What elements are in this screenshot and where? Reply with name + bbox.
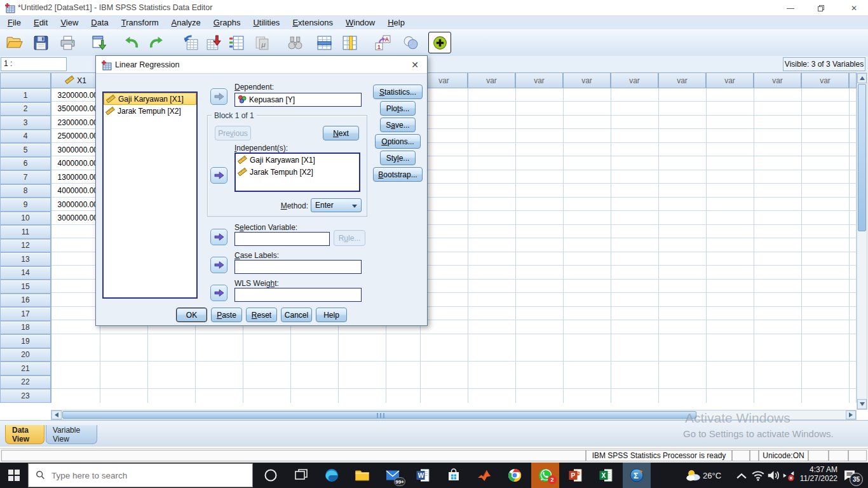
menu-item-utilities[interactable]: Utilities (247, 17, 286, 29)
taskbar-icon-chrome[interactable] (501, 463, 529, 488)
move-to-selection-button[interactable] (210, 229, 227, 245)
row-header[interactable]: 21 (0, 362, 51, 376)
data-cell[interactable]: 4000000.00 (51, 157, 100, 171)
tray-clock[interactable]: 4:37 AM 11/27/2022 (797, 465, 837, 483)
menu-item-transform[interactable]: Transform (115, 17, 165, 29)
go-to-case-button[interactable] (179, 32, 202, 53)
taskbar-icon-task-view[interactable] (287, 463, 315, 488)
insert-variable-button[interactable] (338, 32, 361, 53)
scroll-left-button[interactable] (51, 410, 62, 419)
taskbar-icon-excel[interactable]: X (592, 463, 620, 488)
cancel-button[interactable]: Cancel (281, 308, 312, 322)
weather-temperature[interactable]: 26°C (703, 471, 721, 480)
row-header[interactable]: 7 (0, 170, 51, 184)
taskbar-icon-store[interactable] (440, 463, 468, 488)
plots-button[interactable]: Plots... (380, 101, 416, 116)
taskbar-icon-cortana[interactable] (257, 463, 285, 488)
column-header-var-partial[interactable] (849, 72, 857, 88)
data-cell[interactable]: 1300000.00 (51, 170, 100, 184)
row-header[interactable]: 19 (0, 334, 51, 348)
go-to-variable-button[interactable] (202, 32, 225, 53)
data-cell[interactable]: 3000000.00 (51, 198, 100, 212)
row-header[interactable]: 5 (0, 143, 51, 157)
taskbar-icon-file-explorer[interactable] (348, 463, 376, 488)
data-cell[interactable]: 4000000.00 (51, 184, 100, 198)
row-header[interactable]: 3 (0, 116, 51, 130)
column-header-var[interactable]: var (801, 72, 849, 88)
row-header[interactable]: 4 (0, 130, 51, 144)
menu-item-file[interactable]: File (1, 17, 27, 29)
volume-icon[interactable] (766, 469, 780, 482)
row-header[interactable]: 13 (0, 252, 51, 266)
column-header-var[interactable]: var (563, 72, 611, 88)
bootstrap-button[interactable]: Bootstrap... (373, 167, 423, 182)
row-header[interactable]: 23 (0, 389, 51, 403)
statistics-button[interactable]: Statistics... (373, 85, 423, 99)
move-to-dependent-button[interactable] (210, 88, 227, 105)
move-to-wls-button[interactable] (210, 285, 227, 301)
descriptive-statistics-button[interactable]: μ (250, 32, 273, 53)
ok-button[interactable]: OK (176, 308, 207, 322)
row-header[interactable]: 6 (0, 157, 51, 171)
start-button[interactable] (0, 463, 28, 488)
taskbar-icon-mail[interactable]: 99+ (379, 463, 407, 488)
case-labels-field[interactable] (234, 260, 362, 274)
dialog-close-icon[interactable]: ✕ (408, 58, 422, 71)
taskbar-search[interactable] (28, 463, 253, 487)
menu-item-help[interactable]: Help (381, 17, 411, 29)
source-variable-item[interactable]: Jarak Tempuh [X2] (104, 105, 196, 117)
menu-item-view[interactable]: View (54, 17, 85, 29)
row-header[interactable]: 18 (0, 321, 51, 335)
reset-button[interactable]: Reset (246, 308, 277, 322)
source-variable-item[interactable]: Gaji Karyawan [X1] (104, 93, 196, 105)
wls-weight-field[interactable] (234, 288, 362, 302)
tray-chevron-up-icon[interactable] (735, 469, 749, 482)
data-cell[interactable]: 3000000.00 (51, 212, 100, 226)
save-file-button[interactable] (29, 32, 52, 53)
redo-button[interactable] (145, 32, 168, 53)
value-labels-button[interactable]: 1A (371, 32, 394, 53)
rule-button[interactable]: Rule... (334, 230, 365, 246)
taskbar-icon-matlab[interactable] (470, 463, 498, 488)
row-header[interactable]: 20 (0, 348, 51, 362)
menu-item-extensions[interactable]: Extensions (286, 17, 339, 29)
dependent-field[interactable]: Kepuasan [Y] (234, 93, 362, 107)
column-header-var[interactable]: var (515, 72, 563, 88)
taskbar-icon-edge[interactable] (318, 463, 346, 488)
tab-variable-view[interactable]: Variable View (46, 425, 97, 444)
column-header-var[interactable]: var (754, 72, 801, 88)
print-button[interactable] (56, 32, 79, 53)
minimize-button[interactable]: — (776, 0, 804, 16)
wifi-icon[interactable] (751, 469, 765, 482)
vertical-scrollbar[interactable] (857, 72, 867, 410)
independents-list[interactable]: Gaji Karyawan [X1]Jarak Tempuh [X2] (234, 152, 360, 192)
column-header-var[interactable]: var (706, 72, 754, 88)
cell-reference-input[interactable]: 1 : (1, 57, 67, 71)
column-header-var[interactable]: var (611, 72, 658, 88)
selection-variable-field[interactable] (234, 232, 330, 246)
row-header[interactable]: 10 (0, 212, 51, 226)
paste-button[interactable]: Paste (211, 308, 242, 322)
undo-button[interactable] (119, 32, 142, 53)
data-cell[interactable]: 3000000.00 (51, 143, 100, 157)
row-header[interactable]: 16 (0, 294, 51, 308)
data-cell[interactable]: 3500000.00 (51, 102, 100, 116)
open-file-button[interactable] (3, 32, 25, 53)
custom-dialogs-button[interactable] (428, 32, 451, 53)
taskbar-icon-word[interactable]: W (409, 463, 437, 488)
move-to-case-labels-button[interactable] (210, 257, 227, 273)
method-dropdown[interactable]: Enter (311, 198, 362, 212)
use-variable-sets-button[interactable] (399, 32, 422, 53)
row-header[interactable]: 22 (0, 376, 51, 390)
close-button[interactable]: ✕ (840, 0, 868, 16)
dialog-titlebar[interactable]: Linear Regression ✕ (96, 56, 427, 74)
row-header[interactable]: 11 (0, 225, 51, 239)
help-button[interactable]: Help (316, 308, 347, 322)
scroll-down-button[interactable] (857, 399, 867, 409)
independent-variable-item[interactable]: Jarak Tempuh [X2] (236, 166, 359, 178)
menu-item-window[interactable]: Window (339, 17, 381, 29)
insert-cases-button[interactable] (313, 32, 336, 53)
row-header[interactable]: 2 (0, 102, 51, 116)
taskbar-icon-powerpoint[interactable]: P (562, 463, 590, 488)
column-header-x1[interactable]: X1 (51, 72, 100, 88)
